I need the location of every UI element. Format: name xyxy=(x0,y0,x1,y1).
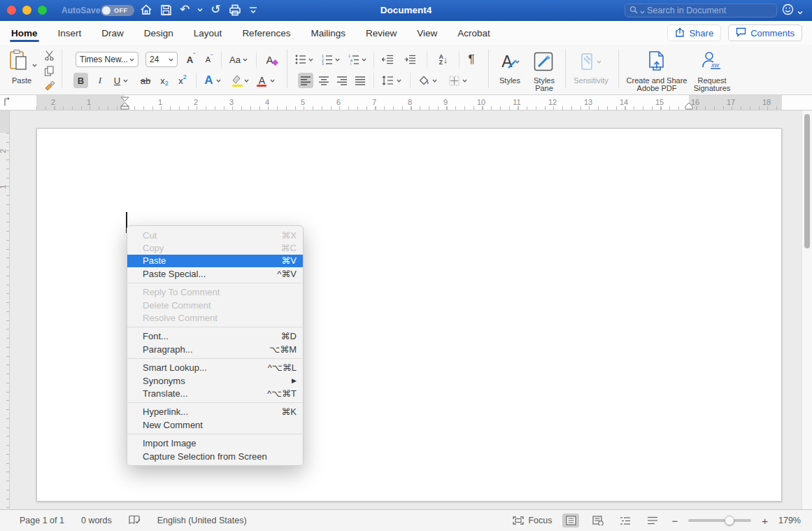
shrink-font-button[interactable]: Aˇ xyxy=(201,52,217,67)
chevron-down-icon xyxy=(362,58,366,62)
highlight-color-button[interactable] xyxy=(228,72,252,89)
context-menu-item[interactable]: Smart Lookup... ^⌥⌘L ▶ xyxy=(127,362,303,374)
tab-review[interactable]: Review xyxy=(364,24,398,43)
ribbon-home: Paste Times New... 24 Aˆ Aˇ Aa A xyxy=(0,45,812,95)
tab-draw[interactable]: Draw xyxy=(100,24,125,43)
styles-pane-button[interactable] xyxy=(532,50,555,73)
search-scope-chevron-icon[interactable] xyxy=(640,4,645,17)
search-input[interactable] xyxy=(647,6,772,15)
zoom-in-button[interactable]: + xyxy=(762,515,768,527)
indent-marker[interactable] xyxy=(120,97,129,113)
right-indent-marker[interactable] xyxy=(685,100,693,113)
outline-view-button[interactable] xyxy=(617,514,634,528)
format-painter-icon[interactable] xyxy=(44,80,55,94)
chevron-down-icon xyxy=(216,79,221,83)
shading-button[interactable] xyxy=(415,73,441,88)
borders-button[interactable] xyxy=(445,73,471,88)
borders-icon xyxy=(449,76,460,86)
context-menu-item[interactable]: Paste ⌘V ▶ xyxy=(127,255,303,267)
comments-label: Comments xyxy=(750,28,795,38)
page-count[interactable]: Page 1 of 1 xyxy=(20,516,64,525)
subscript-button[interactable]: x2 xyxy=(157,73,172,88)
web-layout-view-button[interactable] xyxy=(590,514,606,528)
justify-icon xyxy=(355,76,366,85)
underline-button[interactable]: U xyxy=(110,73,132,88)
tab-references[interactable]: References xyxy=(241,24,292,43)
request-signatures-button[interactable]: xw xyxy=(699,49,723,73)
zoom-out-button[interactable]: − xyxy=(671,515,678,527)
multilevel-list-button[interactable]: 1ai xyxy=(347,52,368,67)
chevron-down-icon xyxy=(244,79,249,83)
word-count[interactable]: 0 words xyxy=(81,516,112,525)
tab-insert[interactable]: Insert xyxy=(57,24,83,43)
context-menu-item[interactable]: Hyperlink... ⌘K ▶ xyxy=(127,406,303,418)
sort-button[interactable]: AZ ↓ xyxy=(434,50,453,69)
grow-font-button[interactable]: Aˆ xyxy=(183,52,199,67)
share-label: Share xyxy=(689,28,713,38)
decrease-indent-button[interactable] xyxy=(379,52,396,67)
paint-bucket-icon xyxy=(419,76,429,86)
increase-indent-button[interactable] xyxy=(401,52,418,67)
focus-button[interactable]: Focus xyxy=(513,516,552,525)
context-menu-item[interactable]: Translate... ^⌥⌘T ▶ xyxy=(127,387,303,399)
bold-button[interactable]: B xyxy=(73,73,88,88)
zoom-level[interactable]: 179% xyxy=(778,516,801,525)
cut-icon[interactable] xyxy=(44,50,55,64)
font-size-select[interactable]: 24 xyxy=(145,52,178,67)
change-case-button[interactable]: Aa xyxy=(227,52,250,67)
context-menu-item[interactable]: Capture Selection from Screen ▶ xyxy=(127,450,303,462)
italic-button[interactable]: I xyxy=(93,73,107,88)
context-menu-item[interactable]: Synonyms ▶ xyxy=(127,374,303,387)
spellcheck-icon[interactable] xyxy=(129,515,141,527)
context-menu-item[interactable]: Import Image ▶ xyxy=(127,437,303,449)
tab-acrobat[interactable]: Acrobat xyxy=(456,24,492,43)
ruler-number: 3 xyxy=(229,98,234,106)
tab-layout[interactable]: Layout xyxy=(192,24,224,43)
menu-item-label: Paragraph... xyxy=(143,344,193,355)
share-button[interactable]: Share xyxy=(667,24,721,41)
context-menu-item[interactable]: Font... ⌘D ▶ xyxy=(127,330,303,343)
feedback-smiley-icon[interactable] xyxy=(782,3,794,18)
justify-button[interactable] xyxy=(352,73,368,88)
tab-view[interactable]: View xyxy=(415,24,439,43)
styles-button[interactable]: A xyxy=(495,49,526,74)
language-status[interactable]: English (United States) xyxy=(157,516,247,525)
tab-stop-selector-icon[interactable] xyxy=(3,97,12,110)
font-name-select[interactable]: Times New... xyxy=(76,52,138,67)
show-paragraph-marks-button[interactable]: ¶ xyxy=(463,50,480,69)
create-adobe-pdf-button[interactable] xyxy=(645,49,669,73)
feedback-chevron-icon[interactable] xyxy=(797,5,803,17)
comments-button[interactable]: Comments xyxy=(728,24,802,41)
zoom-slider-knob[interactable] xyxy=(725,516,734,525)
bullets-button[interactable] xyxy=(294,52,315,67)
font-color-button[interactable]: A xyxy=(255,72,277,89)
scrollbar-thumb[interactable] xyxy=(804,114,810,248)
numbering-button[interactable]: 123 xyxy=(320,52,341,67)
focus-icon xyxy=(513,516,524,525)
strikethrough-button[interactable]: ab xyxy=(137,73,154,88)
draft-view-button[interactable] xyxy=(644,514,661,528)
copy-icon[interactable] xyxy=(44,66,55,79)
search-in-document-box[interactable] xyxy=(625,3,777,17)
print-layout-view-button[interactable] xyxy=(562,514,579,528)
text-effects-button[interactable]: A xyxy=(201,72,224,89)
align-right-button[interactable] xyxy=(334,73,350,88)
zoom-slider[interactable] xyxy=(688,519,751,522)
superscript-button[interactable]: x2 xyxy=(175,73,190,88)
paste-chevron-icon[interactable] xyxy=(32,57,37,61)
tab-mailings[interactable]: Mailings xyxy=(309,24,347,43)
paste-button[interactable] xyxy=(8,49,29,74)
vertical-scrollbar[interactable] xyxy=(802,111,812,509)
chevron-down-icon xyxy=(597,60,601,64)
tab-home[interactable]: Home xyxy=(10,24,39,43)
context-menu-item[interactable]: Paragraph... ⌥⌘M ▶ xyxy=(127,343,303,355)
clear-formatting-button[interactable]: A xyxy=(263,51,281,68)
chevron-down-icon xyxy=(270,79,275,83)
context-menu-item[interactable]: Paste Special... ^⌘V ▶ xyxy=(127,267,303,280)
line-spacing-button[interactable] xyxy=(379,73,404,88)
align-left-button[interactable] xyxy=(298,73,313,88)
ribbon-tab-label: Acrobat xyxy=(457,28,490,38)
tab-design[interactable]: Design xyxy=(143,24,175,43)
align-center-button[interactable] xyxy=(316,73,332,88)
context-menu-item[interactable]: New Comment ▶ xyxy=(127,418,303,431)
